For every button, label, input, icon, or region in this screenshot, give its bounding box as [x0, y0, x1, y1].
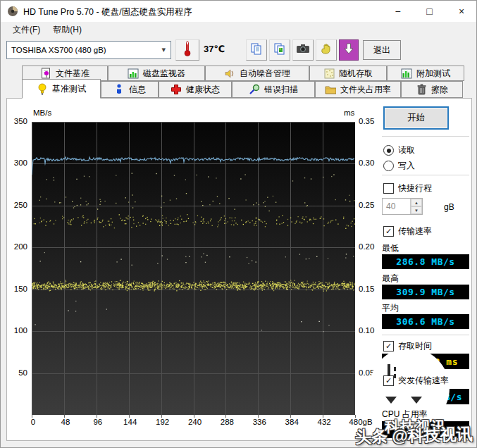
- tab-info[interactable]: 信息: [101, 81, 159, 98]
- stepper-down-button[interactable]: ▼: [411, 206, 422, 214]
- tab-label: 附加测试: [416, 68, 450, 80]
- checkbox-unchecked-icon: [383, 183, 394, 194]
- tab-extra-tests[interactable]: 附加测试: [387, 66, 464, 81]
- x-tickmark: [32, 415, 32, 418]
- x-tickmark: [129, 415, 130, 418]
- y-right-tick: 0.35: [359, 117, 383, 125]
- title-bar[interactable]: HD Tune Pro 5.70 - 硬盘/固态硬盘实用程序 − □ ×: [1, 1, 477, 22]
- tab-label: 健康状态: [186, 84, 220, 96]
- checkbox-checked-icon: ✓: [383, 226, 394, 237]
- copy-image-button[interactable]: [269, 39, 290, 61]
- stepper-up-button[interactable]: ▲: [411, 199, 422, 206]
- y-left-tick: 250: [8, 201, 27, 209]
- aam-button[interactable]: [316, 39, 337, 61]
- short-stroke-size-stepper[interactable]: 40 ▲ ▼: [382, 198, 423, 215]
- chevron-down-icon: ▾: [161, 45, 166, 54]
- tab-label: 自动噪音管理: [240, 68, 290, 80]
- bulb-icon: [37, 83, 48, 94]
- hand-icon: [320, 42, 333, 58]
- exit-button[interactable]: 退出: [363, 40, 401, 60]
- health-icon: [171, 84, 182, 95]
- burst-rate-label: 突发传输速率: [398, 375, 449, 387]
- tab-label: 擦除: [431, 84, 448, 96]
- minimize-button[interactable]: −: [382, 1, 414, 22]
- tab-benchmark[interactable]: 基准测试: [22, 79, 101, 99]
- hd-tune-window: HD Tune Pro 5.70 - 硬盘/固态硬盘实用程序 − □ × 文件(…: [0, 0, 477, 448]
- benchmark-chart: [32, 122, 355, 415]
- tab-label: 随机存取: [339, 68, 373, 80]
- short-stroke-value: 40: [383, 199, 410, 214]
- x-tick: 0: [19, 418, 47, 426]
- max-label: 最高: [382, 273, 399, 285]
- access-time-checkbox[interactable]: ✓ 存取时间: [383, 340, 432, 352]
- access-time-label: 存取时间: [398, 340, 432, 352]
- y-left-tick: 200: [8, 242, 27, 251]
- y-right-tick: 0.30: [359, 158, 383, 167]
- close-button[interactable]: ×: [445, 1, 477, 22]
- tab-aam[interactable]: 自动噪音管理: [205, 66, 309, 81]
- tab-random-access[interactable]: 随机存取: [309, 66, 387, 81]
- max-value: 309.9 MB/s: [382, 287, 469, 297]
- short-stroke-checkbox[interactable]: 快捷行程: [383, 182, 432, 194]
- divider: [382, 335, 469, 335]
- screenshot-button[interactable]: [292, 39, 314, 61]
- tab-label: 基准测试: [52, 83, 86, 95]
- y-left-tick: 150: [8, 285, 27, 293]
- x-tick: 336: [245, 418, 273, 426]
- y-right-tick: 0.15: [359, 285, 383, 293]
- read-radio[interactable]: 读取: [383, 144, 415, 156]
- x-tick: 432: [310, 418, 338, 426]
- info-icon: [113, 84, 125, 95]
- x-tickmark: [225, 415, 226, 418]
- tab-disk-monitor[interactable]: 磁盘监视器: [108, 66, 205, 81]
- copy-text-icon: [250, 42, 263, 58]
- write-radio[interactable]: 写入: [383, 160, 415, 172]
- tab-folder-usage[interactable]: 文件夹占用率: [315, 81, 401, 98]
- save-results-button[interactable]: [339, 39, 359, 61]
- tab-label: 信息: [129, 84, 146, 96]
- copy-text-button[interactable]: [246, 39, 267, 61]
- arrow-down-icon: [343, 42, 354, 58]
- thermometer-icon: [183, 40, 192, 60]
- x-tickmark: [290, 415, 291, 418]
- tab-error-scan[interactable]: 错误扫描: [232, 81, 315, 98]
- temperature-value: 37℃: [204, 44, 225, 54]
- y-right-tick: 0.25: [359, 201, 383, 209]
- x-tick: 240: [181, 418, 209, 426]
- tab-erase[interactable]: 擦除: [401, 81, 463, 98]
- burst-rate-checkbox[interactable]: ✓ 突发传输速率: [383, 375, 449, 387]
- menu-file[interactable]: 文件(F): [6, 22, 47, 38]
- watermark-logo-mark: [394, 367, 396, 371]
- x-tickmark: [161, 415, 162, 418]
- menu-bar: 文件(F)帮助(H): [1, 22, 477, 37]
- checkbox-checked-icon: ✓: [383, 341, 394, 351]
- temperature-button[interactable]: [175, 39, 199, 61]
- short-stroke-label: 快捷行程: [398, 182, 432, 194]
- short-stroke-unit: gB: [444, 202, 454, 212]
- min-value: 286.8 MB/s: [382, 256, 469, 267]
- read-label: 读取: [398, 144, 415, 156]
- divider: [382, 175, 469, 175]
- menu-help[interactable]: 帮助(H): [47, 22, 88, 38]
- tab-label: 文件基准: [56, 68, 89, 80]
- transfer-rate-label: 传输速率: [398, 225, 432, 237]
- tab-label: 文件夹占用率: [340, 84, 391, 96]
- max-value-display: 309.9 MB/s: [382, 285, 469, 299]
- speaker-icon: [224, 68, 235, 79]
- min-label: 最低: [382, 242, 399, 254]
- drive-select[interactable]: TOSHIBA XS700 (480 gB) ▾: [6, 41, 171, 59]
- transfer-rate-checkbox[interactable]: ✓ 传输速率: [383, 225, 432, 237]
- x-tick: 96: [84, 418, 112, 426]
- x-tickmark: [323, 415, 323, 418]
- avg-value-display: 306.6 MB/s: [382, 314, 469, 329]
- x-tick: 144: [116, 418, 144, 426]
- y-right-tick: 0.20: [359, 242, 383, 251]
- radio-icon: [383, 161, 394, 171]
- extra-tests-icon: [401, 68, 412, 79]
- tab-health[interactable]: 健康状态: [159, 81, 232, 98]
- maximize-button[interactable]: □: [414, 1, 445, 22]
- y-left-tick: 100: [8, 326, 27, 335]
- avg-value: 306.6 MB/s: [382, 316, 469, 327]
- app-icon: [7, 6, 18, 17]
- start-button[interactable]: 开始: [383, 106, 449, 130]
